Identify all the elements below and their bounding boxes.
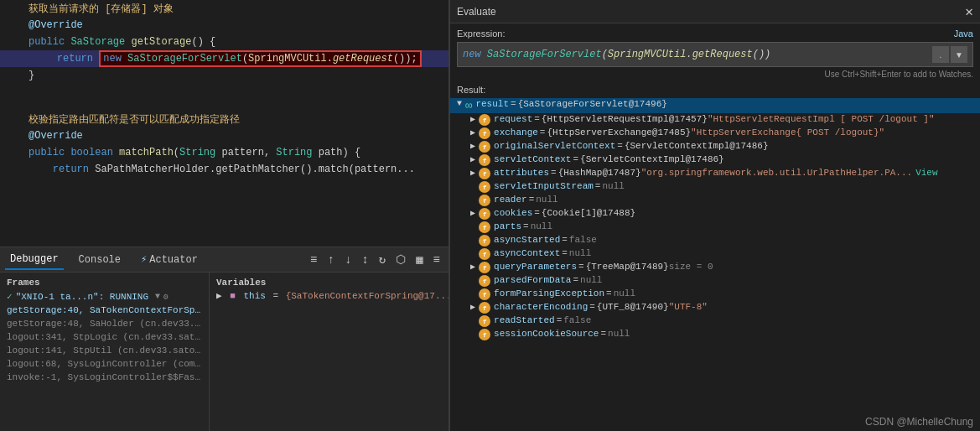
toolbar-btn-8[interactable]: ≡ xyxy=(430,252,443,268)
eval-input-container: new SaStorageForServlet(SpringMVCUtil.ge… xyxy=(457,42,973,67)
code-line: return SaPathMatcherHolder.getPathMatche… xyxy=(0,161,449,178)
eval-result-area[interactable]: ▼ ∞ result = {SaStorageForServlet@17496}… xyxy=(450,96,980,413)
code-content: 校验指定路由匹配符是否可以匹配成功指定路径 xyxy=(29,112,449,127)
toolbar-btn-5[interactable]: ↻ xyxy=(376,251,389,268)
code-area: 获取当前请求的 [存储器] 对象 @Override public SaStor… xyxy=(0,0,449,247)
field-icon: f xyxy=(479,195,490,206)
result-row-input-stream[interactable]: ▶ f servletInputStream = null xyxy=(450,180,980,194)
frame-item[interactable]: logout:141, StpUtil (cn.dev33.satoken.s.… xyxy=(0,344,209,357)
result-val: "org.springframework.web.util.UrlPathHel… xyxy=(641,168,912,178)
result-name: exchange xyxy=(494,127,538,138)
view-link[interactable]: View xyxy=(915,168,937,178)
frame-item[interactable]: logout:341, StpLogic (cn.dev33.satoke... xyxy=(0,330,209,344)
result-val: "HttpServerExchange{ POST /logout}" xyxy=(691,127,884,138)
result-class: {ServletContextImpl@17486} xyxy=(580,154,724,164)
tab-debugger[interactable]: Debugger xyxy=(5,250,64,270)
expand-icon[interactable]: ▶ xyxy=(470,127,475,138)
eval-expression-row: Expression: Java xyxy=(450,23,980,40)
code-content: @Override xyxy=(29,19,449,31)
watermark: CSDN @MichelleChung xyxy=(450,413,980,431)
result-val: null xyxy=(580,275,602,285)
toolbar-btn-6[interactable]: ⬡ xyxy=(392,251,409,268)
toolbar-btn-7[interactable]: ▦ xyxy=(412,251,426,268)
result-row-cookies[interactable]: ▶ f cookies = {Cookie[1]@17488} xyxy=(450,207,980,221)
eval-btn-1[interactable]: . xyxy=(932,46,949,63)
frame-item[interactable]: invoke:-1, SysLoginController$$FastCla..… xyxy=(0,371,209,384)
frames-panel: Frames ✓ "XNIO-1 ta...n": RUNNING ▼ ⚙ ge… xyxy=(0,273,210,431)
tab-console[interactable]: Console xyxy=(74,251,126,269)
expand-icon[interactable]: ▶ xyxy=(470,114,475,124)
options-icon[interactable]: ⚙ xyxy=(163,292,169,302)
tab-actuator[interactable]: ⚡Actuator xyxy=(136,250,203,269)
field-icon: f xyxy=(479,208,490,220)
field-icon: f xyxy=(479,127,490,139)
eval-input-text[interactable]: new SaStorageForServlet(SpringMVCUtil.ge… xyxy=(463,49,929,60)
result-row-query-params[interactable]: ▶ f queryParameters = {TreeMap@17489} si… xyxy=(450,261,980,274)
frame-item[interactable]: getStorage:48, SaHolder (cn.dev33.sa... xyxy=(0,317,209,330)
eval-header: Evaluate ✕ xyxy=(450,0,980,23)
expand-icon[interactable]: ▶ xyxy=(470,168,475,178)
result-row-request[interactable]: ▶ f request = {HttpServletRequestImpl@17… xyxy=(450,113,980,127)
frames-header: Frames xyxy=(0,276,209,289)
result-class: {ServletContextImpl@17486} xyxy=(625,141,769,151)
result-name: asyncContext xyxy=(494,248,560,258)
result-row-attributes[interactable]: ▶ f attributes = {HashMap@17487} "org.sp… xyxy=(450,167,980,180)
toolbar-btn-2[interactable]: ↑ xyxy=(324,252,338,268)
result-val: false xyxy=(569,235,597,245)
check-icon: ✓ xyxy=(7,291,13,302)
result-val: null xyxy=(614,288,635,299)
close-button[interactable]: ✕ xyxy=(965,3,973,20)
result-row-async-started[interactable]: ▶ f asyncStarted = false xyxy=(450,234,980,247)
result-name: sessionCookieSource xyxy=(494,329,599,339)
result-row-read-started[interactable]: ▶ f readStarted = false xyxy=(450,314,980,328)
result-row-servlet-context[interactable]: ▶ f servletContext = {ServletContextImpl… xyxy=(450,153,980,167)
result-row-reader[interactable]: ▶ f reader = null xyxy=(450,194,980,207)
field-icon: f xyxy=(479,114,490,126)
result-row-exchange[interactable]: ▶ f exchange = {HttpServerExchange@17485… xyxy=(450,127,980,140)
result-val: "HttpServletRequestImpl [ POST /logout ]… xyxy=(708,114,935,124)
expand-icon[interactable]: ▼ xyxy=(457,99,462,108)
frame-item[interactable]: logout:68, SysLoginController (com.ru... xyxy=(0,357,209,371)
code-line-highlighted: return new SaStorageForServlet(SpringMVC… xyxy=(0,50,449,67)
result-row-root[interactable]: ▼ ∞ result = {SaStorageForServlet@17496} xyxy=(450,98,980,113)
toolbar-btn-3[interactable]: ↓ xyxy=(341,252,355,268)
result-val: null xyxy=(608,329,630,339)
result-row-char-encoding[interactable]: ▶ f characterEncoding = {UTF_8@17490} "U… xyxy=(450,301,980,314)
expand-icon[interactable]: ▶ xyxy=(470,262,475,272)
result-row-session-cookie[interactable]: ▶ f sessionCookieSource = null xyxy=(450,328,980,341)
expand-icon[interactable]: ▶ xyxy=(470,154,475,164)
result-row-parts[interactable]: ▶ f parts = null xyxy=(450,221,980,234)
result-name: parsedFormData xyxy=(494,275,571,285)
result-row-parsed-form[interactable]: ▶ f parsedFormData = null xyxy=(450,274,980,288)
expand-icon[interactable]: ▶ xyxy=(470,302,475,312)
eval-btn-2[interactable]: ▼ xyxy=(951,46,967,63)
result-val: null xyxy=(602,181,624,191)
code-content: } xyxy=(29,70,449,81)
code-content: 获取当前请求的 [存储器] 对象 xyxy=(29,2,449,16)
field-icon: f xyxy=(479,248,490,260)
field-icon: f xyxy=(479,329,490,340)
result-name: servletInputStream xyxy=(494,181,594,191)
code-line xyxy=(0,84,449,97)
code-content: @Override xyxy=(29,130,449,142)
field-icon: f xyxy=(479,288,490,300)
result-row-form-parsing[interactable]: ▶ f formParsingException = null xyxy=(450,288,980,301)
field-icon: f xyxy=(479,315,490,327)
code-line: } xyxy=(0,67,449,84)
filter-icon[interactable]: ▼ xyxy=(155,292,160,301)
debugger-toolbar: ≡ ↑ ↓ ↕ ↻ ⬡ ▦ ≡ xyxy=(307,251,443,268)
frame-label: "XNIO-1 ta...n": RUNNING xyxy=(16,292,148,302)
result-val: "UTF-8" xyxy=(669,302,708,312)
result-row-async-context[interactable]: ▶ f asyncContext = null xyxy=(450,247,980,261)
debugger-content: Frames ✓ "XNIO-1 ta...n": RUNNING ▼ ⚙ ge… xyxy=(0,273,449,431)
frame-item[interactable]: getStorage:40, SaTokenContextForSpri... xyxy=(0,304,209,317)
field-icon: f xyxy=(479,302,490,314)
toolbar-btn-1[interactable]: ≡ xyxy=(307,252,320,268)
eval-input-buttons: . ▼ xyxy=(932,46,967,63)
result-row-original-servlet[interactable]: ▶ f originalServletContext = {ServletCon… xyxy=(450,140,980,153)
editor-panel: 获取当前请求的 [存储器] 对象 @Override public SaStor… xyxy=(0,0,449,431)
toolbar-btn-4[interactable]: ↕ xyxy=(358,252,371,268)
frame-running[interactable]: ✓ "XNIO-1 ta...n": RUNNING ▼ ⚙ xyxy=(0,289,209,304)
expand-icon[interactable]: ▶ xyxy=(470,141,475,151)
expand-icon[interactable]: ▶ xyxy=(470,208,475,218)
